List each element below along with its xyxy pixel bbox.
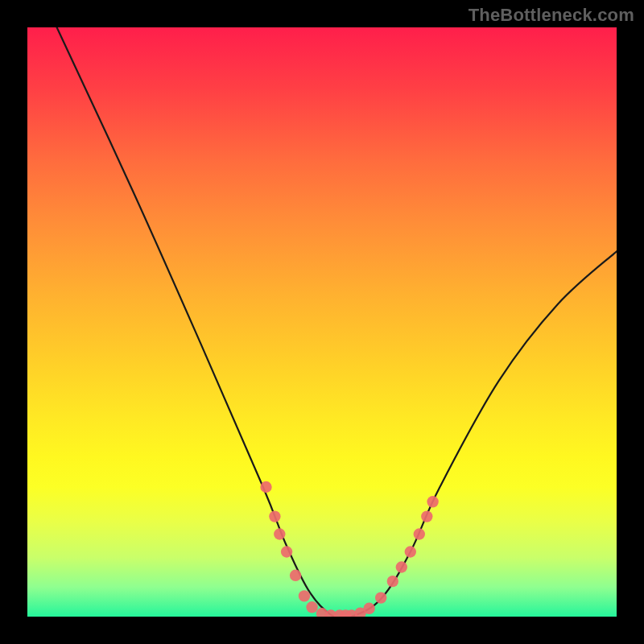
curve-marker <box>306 601 317 613</box>
curve-path <box>57 27 617 617</box>
curve-marker <box>414 528 425 539</box>
chart-frame: TheBottleneck.com <box>0 0 644 644</box>
curve-marker <box>281 546 292 557</box>
curve-marker <box>290 570 301 581</box>
curve-marker <box>405 546 416 557</box>
curve-marker <box>269 510 280 522</box>
curve-marker <box>396 561 407 572</box>
curve-marker <box>421 510 432 522</box>
curve-marker <box>363 603 374 614</box>
curve-markers <box>260 481 439 617</box>
curve-marker <box>260 481 271 493</box>
curve-marker <box>375 592 386 603</box>
watermark-text: TheBottleneck.com <box>469 5 634 26</box>
curve-marker <box>427 496 438 507</box>
chart-svg <box>27 27 617 617</box>
curve-marker <box>274 528 285 539</box>
curve-marker <box>299 590 310 601</box>
curve-marker <box>387 576 398 587</box>
